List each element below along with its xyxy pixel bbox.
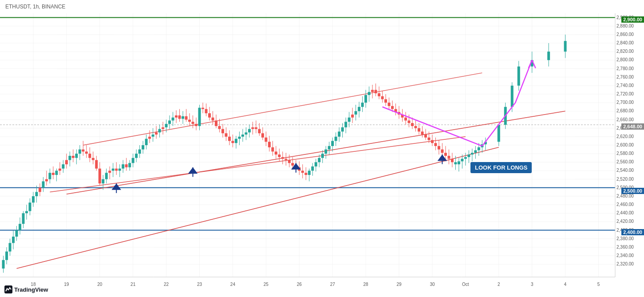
look-for-longs-label: LOOK FOR LONGS xyxy=(470,162,532,173)
price-label-2900: 2,900.00 xyxy=(621,16,644,23)
chart-header: ETHUSDT, 1h, BINANCE xyxy=(5,4,65,10)
chart-title: ETHUSDT, 1h, BINANCE xyxy=(5,4,65,10)
price-label-2400: 2,400.00 xyxy=(621,229,644,235)
tradingview-icon xyxy=(4,285,12,293)
price-label-2500: 2,500.00 xyxy=(621,188,644,194)
tradingview-text: TradingView xyxy=(14,286,48,293)
price-label-2648: 2,648.00 xyxy=(621,123,644,130)
tradingview-logo: TradingView xyxy=(4,285,48,293)
chart-canvas xyxy=(0,0,644,297)
chart-container: ETHUSDT, 1h, BINANCE 2,900.00 2,648.00 2… xyxy=(0,0,644,297)
